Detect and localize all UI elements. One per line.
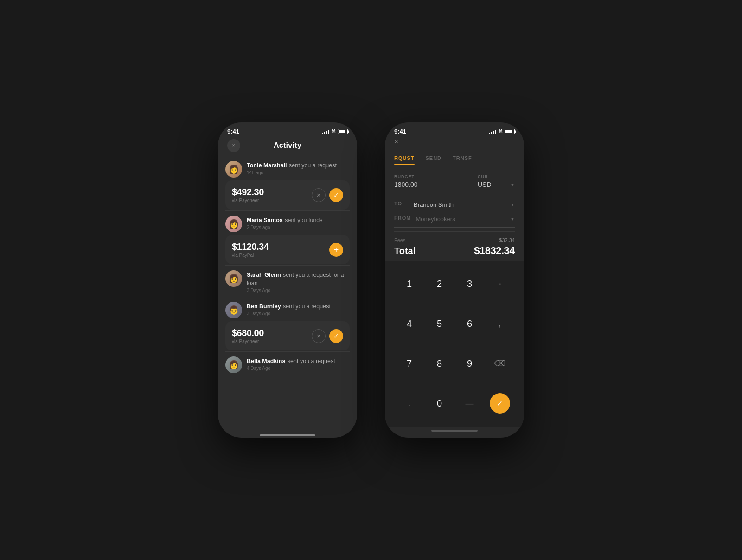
cancel-icon: ×: [317, 192, 320, 198]
fees-row: Fees $32.34: [394, 237, 515, 243]
numpad-key-5[interactable]: 5: [424, 304, 454, 344]
budget-field: BUDGET 1800.00: [394, 174, 468, 192]
numpad-key-dash[interactable]: —: [454, 383, 485, 423]
card-actions: × ✓: [312, 188, 343, 202]
list-item: Sarah Glenn sent you a request for a loa…: [225, 267, 350, 296]
numpad-confirm-wrap: ✓: [485, 383, 515, 423]
activity-time: 3 Days Ago: [247, 311, 350, 316]
activity-header: Ben Burnley sent you a request 3 Days Ag…: [225, 298, 350, 321]
numpad-key-0[interactable]: 0: [424, 383, 454, 423]
activity-header: Bella Madkins sent you a request 4 Days …: [225, 353, 350, 376]
numpad-key-backspace[interactable]: ⌫: [485, 344, 515, 384]
tab-rqust[interactable]: RQUST: [394, 152, 415, 165]
right-status-icons: ⌘: [489, 129, 515, 134]
to-label: To: [394, 201, 409, 206]
numpad-row: 1 2 3 -: [394, 264, 515, 304]
from-label: From: [394, 215, 411, 221]
activity-name: Tonie Marshall: [247, 162, 287, 169]
close-button[interactable]: ×: [227, 139, 240, 152]
activity-time: 2 Days ago: [247, 225, 350, 230]
total-row: Total $1832.34: [394, 245, 515, 257]
plus-icon: +: [334, 246, 339, 254]
avatar: [225, 270, 242, 287]
from-value[interactable]: Moneybookers ▼: [416, 216, 515, 223]
confirm-button[interactable]: ✓: [329, 188, 343, 202]
numpad-confirm-button[interactable]: ✓: [490, 393, 510, 414]
list-item: Ben Burnley sent you a request 3 Days Ag…: [225, 298, 350, 350]
activity-name: Maria Santos: [247, 217, 283, 223]
phones-container: 9:41 ⌘ × Activity: [218, 122, 524, 438]
card-method: via Payoneer: [232, 198, 264, 203]
checkmark-icon: ✓: [333, 333, 339, 339]
avatar: [225, 161, 242, 178]
activity-card: $492.30 via Payoneer × ✓: [225, 180, 350, 210]
cancel-button[interactable]: ×: [312, 329, 326, 343]
activity-name: Sarah Glenn: [247, 272, 281, 278]
numpad-key-4[interactable]: 4: [394, 304, 424, 344]
activity-header: Maria Santos sent you funds 2 Days ago: [225, 212, 350, 235]
tab-send[interactable]: SEND: [426, 152, 442, 165]
to-value[interactable]: Brandon Smith ▼: [414, 201, 515, 208]
numpad-key-comma[interactable]: ,: [485, 304, 515, 344]
tab-trnsf[interactable]: TRNSF: [453, 152, 472, 165]
total-value: $1832.34: [474, 245, 515, 257]
activity-name: Bella Madkins: [247, 358, 285, 364]
activity-description: sent you a request: [288, 358, 335, 364]
home-indicator: [260, 434, 315, 436]
activity-description: sent you a request: [289, 162, 337, 169]
divider: [225, 351, 350, 352]
chevron-down-icon: ▼: [510, 216, 515, 222]
avatar: [225, 356, 242, 373]
card-amount: $492.30: [232, 187, 264, 197]
numpad-key-1[interactable]: 1: [394, 264, 424, 304]
checkmark-icon: ✓: [333, 192, 339, 198]
left-status-icons: ⌘: [322, 129, 348, 134]
numpad-key-6[interactable]: 6: [454, 304, 485, 344]
left-header: × Activity: [218, 138, 357, 157]
activity-card: $680.00 via Payoneer × ✓: [225, 321, 350, 350]
budget-value[interactable]: 1800.00: [394, 181, 468, 192]
right-status-bar: 9:41 ⌘: [385, 122, 524, 138]
numpad-key-8[interactable]: 8: [424, 344, 454, 384]
signal-icon: [322, 129, 330, 134]
right-time: 9:41: [394, 128, 406, 135]
add-button[interactable]: +: [329, 243, 343, 257]
divider: [225, 210, 350, 211]
activity-header: Sarah Glenn sent you a request for a loa…: [225, 267, 350, 296]
chevron-down-icon: ▼: [510, 202, 515, 207]
currency-field: CUR USD ▼: [478, 174, 515, 192]
numpad-key-minus[interactable]: -: [485, 264, 515, 304]
battery-icon: [338, 129, 348, 134]
avatar: [225, 216, 242, 232]
confirm-button[interactable]: ✓: [329, 329, 343, 343]
to-field-row: To Brandon Smith ▼: [394, 201, 515, 213]
right-content: × RQUST SEND TRNSF BUDGET 1800: [385, 138, 524, 427]
budget-label: BUDGET: [394, 174, 468, 179]
left-time: 9:41: [227, 128, 239, 135]
currency-value[interactable]: USD ▼: [478, 181, 515, 192]
list-item: Maria Santos sent you funds 2 Days ago $…: [225, 212, 350, 264]
activity-header: Tonie Marshall sent you a request 14h ag…: [225, 157, 350, 180]
activity-list: Tonie Marshall sent you a request 14h ag…: [218, 157, 357, 431]
left-phone: 9:41 ⌘ × Activity: [218, 122, 357, 438]
numpad-key-dot[interactable]: .: [394, 383, 424, 423]
left-status-bar: 9:41 ⌘: [218, 122, 357, 138]
chevron-down-icon: ▼: [510, 182, 515, 187]
tabs: RQUST SEND TRNSF: [394, 152, 515, 165]
cancel-icon: ×: [317, 333, 320, 339]
numpad-key-3[interactable]: 3: [454, 264, 485, 304]
numpad: 1 2 3 - 4 5 6 , 7 8 9 ⌫: [385, 261, 524, 427]
numpad-key-2[interactable]: 2: [424, 264, 454, 304]
numpad-key-9[interactable]: 9: [454, 344, 485, 384]
checkmark-icon: ✓: [497, 399, 503, 408]
close-button[interactable]: ×: [394, 138, 398, 146]
card-amount: $680.00: [232, 328, 264, 338]
activity-name: Ben Burnley: [247, 303, 281, 310]
fees-label: Fees: [394, 237, 405, 243]
right-close: ×: [394, 138, 515, 152]
avatar: [225, 302, 242, 318]
card-amount: $1120.34: [232, 242, 269, 252]
cancel-button[interactable]: ×: [312, 188, 326, 202]
card-method: via PayPal: [232, 253, 269, 258]
numpad-key-7[interactable]: 7: [394, 344, 424, 384]
